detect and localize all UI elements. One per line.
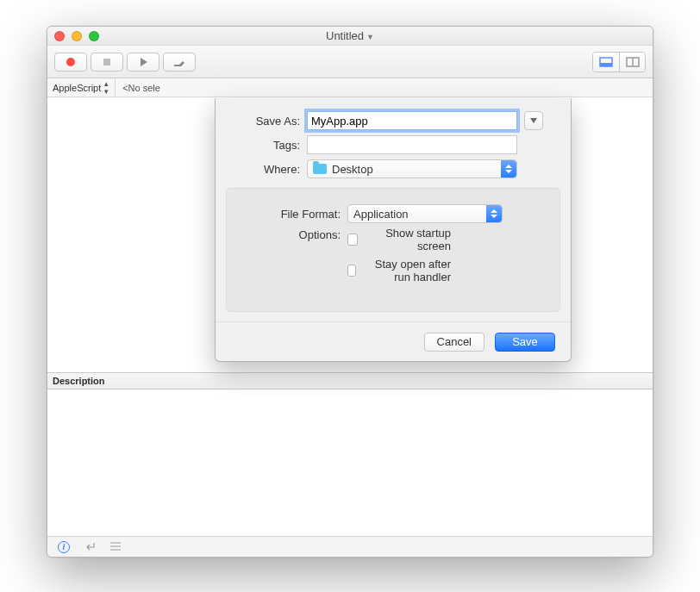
option-stay-open[interactable]: Stay open after run handler: [347, 258, 458, 284]
updown-icon: ▲▼: [103, 80, 109, 96]
description-label: Description: [53, 376, 105, 386]
svg-marker-10: [530, 118, 537, 123]
where-row: Where: Desktop: [231, 159, 555, 178]
stop-button[interactable]: [91, 53, 123, 72]
run-button[interactable]: [127, 53, 159, 72]
selection-path[interactable]: <No sele: [116, 83, 160, 93]
navigation-bar: AppleScript ▲▼ <No sele: [47, 78, 653, 97]
description-header[interactable]: Description: [47, 372, 653, 389]
file-format-row: File Format: Application: [237, 204, 549, 223]
svg-point-0: [66, 58, 75, 66]
save-as-label: Save As:: [231, 115, 307, 128]
window-title-text: Untitled: [326, 29, 364, 42]
options-row: Options: Show startup screen Stay open a…: [237, 227, 549, 284]
folder-icon: [313, 164, 327, 174]
view-mode-segment: [592, 52, 646, 72]
where-select[interactable]: Desktop: [307, 159, 517, 178]
file-format-label: File Format:: [237, 208, 347, 221]
svg-rect-1: [103, 59, 110, 65]
return-icon[interactable]: [84, 539, 96, 555]
options-stack: Show startup screen Stay open after run …: [347, 227, 458, 284]
view-mode-editor[interactable]: [593, 53, 619, 72]
option-startup-checkbox[interactable]: [347, 234, 358, 246]
svg-rect-4: [600, 63, 612, 66]
save-button[interactable]: Save: [495, 333, 555, 352]
language-selector[interactable]: AppleScript ▲▼: [53, 78, 116, 97]
record-button[interactable]: [54, 53, 87, 72]
info-icon[interactable]: i: [58, 541, 70, 553]
save-button-label: Save: [512, 335, 538, 348]
svg-marker-2: [141, 58, 147, 66]
list-icon[interactable]: [109, 539, 122, 555]
save-as-row: Save As:: [231, 111, 555, 130]
toolbar-transport: [54, 53, 196, 72]
chevron-down-icon: ▼: [366, 33, 374, 41]
save-sheet: Save As: Tags: Where: Desktop File Forma…: [215, 98, 572, 362]
option-stayopen-checkbox[interactable]: [347, 265, 356, 277]
compile-button[interactable]: [163, 53, 196, 72]
toolbar: [47, 46, 653, 78]
options-label: Options:: [237, 227, 347, 241]
option-stayopen-label: Stay open after run handler: [361, 258, 451, 284]
chevron-down-icon: [529, 117, 538, 124]
titlebar: Untitled▼: [47, 27, 653, 46]
file-format-select[interactable]: Application: [347, 204, 503, 223]
where-value: Desktop: [332, 163, 373, 176]
window-title[interactable]: Untitled▼: [47, 29, 653, 42]
updown-icon: [486, 205, 502, 222]
expand-browser-button[interactable]: [524, 111, 543, 130]
where-label: Where:: [231, 163, 307, 176]
cancel-button[interactable]: Cancel: [424, 333, 484, 352]
language-label: AppleScript: [53, 83, 101, 93]
sheet-footer: Cancel Save: [216, 321, 571, 361]
script-editor-window: Untitled▼: [47, 26, 653, 558]
cancel-button-label: Cancel: [437, 335, 472, 348]
save-as-input[interactable]: [307, 111, 517, 130]
tags-label: Tags:: [231, 139, 307, 152]
option-startup-screen[interactable]: Show startup screen: [347, 227, 458, 252]
status-bar: i: [47, 536, 653, 557]
updown-icon: [501, 160, 516, 178]
options-panel: File Format: Application Options: Show s…: [226, 188, 560, 312]
view-mode-log[interactable]: [619, 53, 645, 72]
file-format-value: Application: [353, 208, 409, 221]
tags-row: Tags:: [231, 135, 555, 154]
option-startup-label: Show startup screen: [363, 227, 451, 252]
tags-input[interactable]: [307, 135, 517, 154]
description-area[interactable]: [47, 389, 653, 536]
